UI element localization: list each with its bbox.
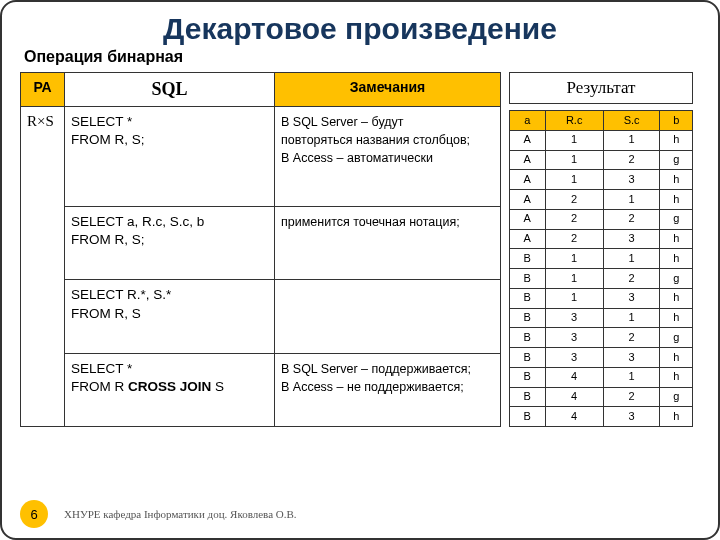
result-cell: 3 [545,308,603,328]
result-row: B13h [510,288,693,308]
result-row: B41h [510,367,693,387]
page-number: 6 [20,500,48,528]
main-table-row: SELECT a, R.c, S.c, bFROM R, S;применитс… [21,206,501,279]
result-row: A12g [510,150,693,170]
result-cell: 1 [545,150,603,170]
result-row: B43h [510,407,693,427]
result-col-header: a [510,111,546,131]
result-cell: 3 [545,348,603,368]
result-col-header: b [660,111,693,131]
result-cell: 4 [545,367,603,387]
result-cell: h [660,229,693,249]
result-row: A22g [510,209,693,229]
result-cell: 2 [603,269,660,289]
result-row: A23h [510,229,693,249]
result-row: A13h [510,170,693,190]
result-cell: 2 [603,328,660,348]
result-cell: 1 [603,130,660,150]
result-cell: 1 [603,249,660,269]
header-result: Результат [509,72,693,104]
result-cell: h [660,190,693,210]
result-cell: B [510,328,546,348]
notes-cell: В SQL Server – будутповторяться названия… [275,107,501,207]
result-cell: 3 [603,288,660,308]
result-cell: A [510,150,546,170]
result-cell: A [510,170,546,190]
result-cell: g [660,269,693,289]
sql-cell: SELECT R.*, S.*FROM R, S [65,280,275,353]
result-cell: 1 [545,249,603,269]
slide-title: Декартовое произведение [20,12,700,46]
result-cell: h [660,367,693,387]
result-col-header: S.c [603,111,660,131]
result-cell: h [660,170,693,190]
result-cell: 4 [545,387,603,407]
result-cell: h [660,249,693,269]
result-cell: 3 [603,170,660,190]
result-cell: 1 [603,367,660,387]
sql-cell: SELECT *FROM R CROSS JOIN S [65,353,275,426]
result-cell: B [510,367,546,387]
result-cell: A [510,190,546,210]
result-cell: B [510,288,546,308]
main-table-row: SELECT R.*, S.*FROM R, S [21,280,501,353]
result-row: B32g [510,328,693,348]
main-table-row: R×SSELECT *FROM R, S;В SQL Server – буду… [21,107,501,207]
result-cell: 1 [603,190,660,210]
result-cell: 3 [545,328,603,348]
result-cell: 3 [603,348,660,368]
result-cell: B [510,387,546,407]
result-cell: 4 [545,407,603,427]
result-cell: h [660,308,693,328]
header-notes: Замечания [275,73,501,107]
result-cell: 1 [545,170,603,190]
result-cell: h [660,130,693,150]
notes-cell: применится точечная нотация; [275,206,501,279]
result-cell: A [510,229,546,249]
result-cell: g [660,150,693,170]
result-cell: B [510,407,546,427]
result-cell: A [510,130,546,150]
main-table-row: SELECT *FROM R CROSS JOIN SВ SQL Server … [21,353,501,426]
result-cell: B [510,348,546,368]
main-table-header-row: РА SQL Замечания [21,73,501,107]
sql-cell: SELECT *FROM R, S; [65,107,275,207]
result-cell: A [510,209,546,229]
result-cell: g [660,387,693,407]
result-cell: 3 [603,229,660,249]
result-table: aR.cS.cb A11hA12gA13hA21hA22gA23hB11hB12… [509,110,693,427]
result-row: B12g [510,269,693,289]
slide-subtitle: Операция бинарная [24,48,700,66]
result-cell: h [660,348,693,368]
result-cell: 2 [603,150,660,170]
result-row: B33h [510,348,693,368]
result-header-row: aR.cS.cb [510,111,693,131]
right-column: Результат aR.cS.cb A11hA12gA13hA21hA22gA… [509,72,693,427]
content-layout: РА SQL Замечания R×SSELECT *FROM R, S;В … [20,72,700,427]
header-ra: РА [21,73,65,107]
result-cell: g [660,328,693,348]
header-sql: SQL [65,73,275,107]
result-cell: B [510,269,546,289]
sql-cell: SELECT a, R.c, S.c, bFROM R, S; [65,206,275,279]
result-cell: 3 [603,407,660,427]
result-cell: 2 [603,209,660,229]
result-cell: 1 [603,308,660,328]
result-cell: h [660,407,693,427]
result-row: A11h [510,130,693,150]
footer-text: ХНУРЕ кафедра Інформатики доц. Яковлева … [64,508,297,520]
slide-frame: Декартовое произведение Операция бинарна… [0,0,720,540]
main-table: РА SQL Замечания R×SSELECT *FROM R, S;В … [20,72,501,427]
result-cell: 1 [545,269,603,289]
result-cell: 1 [545,130,603,150]
result-row: A21h [510,190,693,210]
result-cell: g [660,209,693,229]
notes-cell [275,280,501,353]
result-cell: B [510,249,546,269]
result-col-header: R.c [545,111,603,131]
footer: 6 ХНУРЕ кафедра Інформатики доц. Яковлев… [20,500,297,528]
result-cell: 2 [603,387,660,407]
result-row: B11h [510,249,693,269]
notes-cell: В SQL Server – поддерживается;В Access –… [275,353,501,426]
ra-cell: R×S [21,107,65,427]
